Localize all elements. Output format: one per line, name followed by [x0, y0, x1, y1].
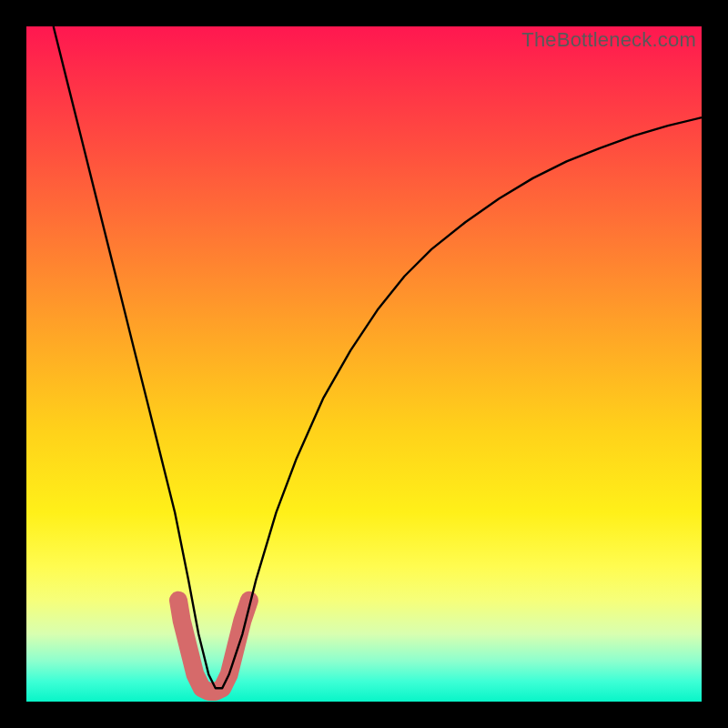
chart-frame: TheBottleneck.com [26, 26, 702, 702]
chart-svg [26, 26, 702, 702]
bottleneck-curve [54, 26, 702, 688]
watermark-text: TheBottleneck.com [521, 28, 696, 52]
